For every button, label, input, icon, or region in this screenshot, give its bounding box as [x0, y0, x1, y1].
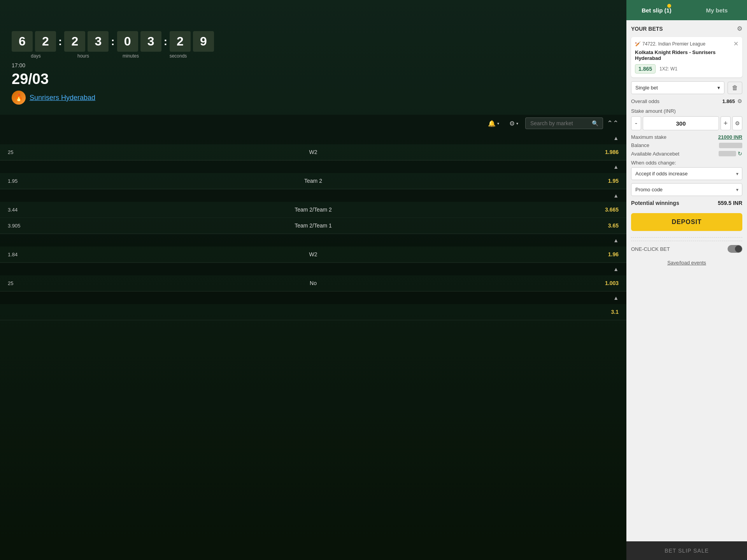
one-click-bet-row: ONE-CLICK BET: [631, 241, 742, 257]
market-row-6[interactable]: 25 No 1.003: [0, 275, 626, 291]
market-row-4[interactable]: 3.905 Team 2/Team 1 3.65: [0, 218, 626, 234]
event-info: 17:00 29/03 🔥 Sunrisers Hyderabad: [12, 62, 95, 105]
odds-badge: 1.865: [635, 64, 656, 74]
stake-label: Stake amount (INR): [631, 108, 742, 114]
stake-minus-button[interactable]: -: [631, 116, 641, 130]
gear-button[interactable]: ⚙ ▾: [506, 118, 521, 129]
market-center-3: Team 2/Team 2: [47, 206, 580, 213]
settings-button[interactable]: ⚙: [737, 25, 742, 32]
market-header-2[interactable]: ▲: [0, 161, 626, 173]
stake-gear-button[interactable]: ⚙: [732, 116, 742, 130]
event-time: 17:00: [12, 62, 95, 68]
max-stake-row: Maximum stake 21000 INR: [631, 134, 742, 140]
market-section-1: ▲ 25 W2 1.986: [0, 132, 626, 161]
market-right-7: 3.1: [580, 309, 619, 315]
one-click-toggle[interactable]: [728, 245, 742, 253]
countdown-hours1: 2: [64, 31, 85, 52]
balance-row: Balance: [631, 142, 742, 148]
odds-settings-button[interactable]: ⚙: [737, 98, 742, 104]
collapse-all-button[interactable]: ⌃⌃: [607, 119, 619, 128]
league-name: Indian Premier League: [658, 41, 705, 47]
market-left-1: 25: [8, 149, 47, 155]
countdown-days2: 2: [35, 31, 56, 52]
hours-label: hours: [61, 53, 106, 59]
stake-plus-button[interactable]: +: [721, 116, 731, 130]
tab-my-bets-label: My bets: [706, 7, 728, 14]
market-section-6: ▲ 3.1: [0, 292, 626, 320]
market-row-1[interactable]: 25 W2 1.986: [0, 144, 626, 160]
market-center-5: W2: [47, 251, 580, 257]
chevron-up-icon-6: ▲: [613, 295, 619, 301]
overall-odds-label: Overall odds: [631, 98, 659, 104]
market-header-5[interactable]: ▲: [0, 263, 626, 275]
market-toolbar: 🔔 ▾ ⚙ ▾ 🔍 ⌃⌃: [0, 115, 626, 132]
delete-bet-button[interactable]: 🗑: [728, 82, 742, 94]
odds-change-select-wrapper: Accept if odds increase Accept any odds …: [631, 167, 742, 180]
tab-bet-slip[interactable]: Bet slip (1): [626, 0, 687, 20]
promo-select-wrapper: Promo code ▾: [631, 183, 742, 196]
bet-odds-row: 1.865 1X2: W1: [635, 64, 738, 74]
advancebet-row: Available Advancebet ↻: [631, 150, 742, 157]
divider: [631, 237, 742, 238]
market-left-5: 1.84: [8, 252, 47, 257]
market-section-4: ▲ 1.84 W2 1.96: [0, 234, 626, 263]
gear-icon: ⚙: [509, 120, 515, 127]
market-section-2: ▲ 1.95 Team 2 1.95: [0, 161, 626, 189]
bet-type-value: Single bet: [635, 85, 658, 91]
market-right-5: 1.96: [580, 251, 619, 257]
odds-change-select[interactable]: Accept if odds increase Accept any odds …: [631, 167, 742, 180]
team-name-link[interactable]: Sunrisers Hyderabad: [30, 94, 95, 102]
team-badge: 🔥: [12, 91, 26, 105]
odds-change-section: When odds change: Accept if odds increas…: [631, 160, 742, 180]
max-stake-label: Maximum stake: [631, 134, 666, 140]
potential-winnings-value: 559.5 INR: [718, 200, 742, 206]
potential-winnings-label: Potential winnings: [631, 200, 679, 206]
potential-winnings-row: Potential winnings 559.5 INR: [631, 200, 742, 206]
countdown-days1: 6: [12, 31, 33, 52]
market-header-3[interactable]: ▲: [0, 189, 626, 202]
search-input[interactable]: [530, 120, 589, 126]
settings-gear-icon: ⚙: [737, 25, 742, 32]
trash-icon: 🗑: [732, 84, 738, 91]
countdown-sep1: :: [58, 35, 62, 48]
countdown-sep2: :: [111, 35, 114, 48]
market-left-3: 3.44: [8, 207, 47, 213]
promo-code-select[interactable]: Promo code: [631, 183, 742, 196]
advancebet-label: Available Advancebet: [631, 151, 679, 157]
stake-input[interactable]: [643, 116, 719, 130]
bet-card: 🏏 74722. Indian Premier League ✕ Kolkata…: [631, 37, 742, 77]
countdown-labels: days hours minutes seconds: [12, 53, 214, 59]
advancebet-value-row: ↻: [719, 150, 742, 157]
deposit-button[interactable]: DEPOSIT: [631, 213, 742, 231]
search-box[interactable]: 🔍: [525, 117, 603, 129]
bet-slip-tabs: Bet slip (1) My bets: [626, 0, 747, 20]
countdown-minutes1: 0: [117, 31, 138, 52]
max-stake-value[interactable]: 21000 INR: [718, 134, 742, 140]
market-row-5[interactable]: 1.84 W2 1.96: [0, 247, 626, 262]
event-id: 74722.: [642, 41, 657, 47]
bet-type-select[interactable]: Single bet ▾: [631, 81, 724, 94]
days-label: days: [13, 53, 58, 59]
market-header-4[interactable]: ▲: [0, 234, 626, 247]
market-center-6: No: [47, 280, 580, 286]
tab-my-bets[interactable]: My bets: [687, 0, 747, 20]
market-row-2[interactable]: 1.95 Team 2 1.95: [0, 173, 626, 189]
market-section-3: ▲ 3.44 Team 2/Team 2 3.665 3.905 Team 2/…: [0, 189, 626, 234]
bell-button[interactable]: 🔔 ▾: [485, 118, 502, 129]
market-row-7[interactable]: 3.1: [0, 304, 626, 320]
bet-tab-dot: [667, 4, 671, 8]
close-bet-button[interactable]: ✕: [733, 41, 738, 47]
chevron-up-icon-4: ▲: [613, 237, 619, 243]
search-icon: 🔍: [592, 120, 598, 126]
market-center-1: W2: [47, 149, 580, 155]
market-header-6[interactable]: ▲: [0, 292, 626, 304]
countdown-seconds1: 2: [170, 31, 191, 52]
market-header-1[interactable]: ▲: [0, 132, 626, 144]
advancebet-refresh-button[interactable]: ↻: [738, 150, 742, 157]
market-left-6: 25: [8, 280, 47, 286]
market-right-3: 3.665: [580, 206, 619, 213]
countdown-hours2: 3: [88, 31, 109, 52]
market-row-3[interactable]: 3.44 Team 2/Team 2 3.665: [0, 202, 626, 218]
save-load-link[interactable]: Save/load events: [631, 257, 742, 269]
countdown-row: 6 2 : 2 3 : 0 3 : 2 9: [12, 31, 214, 52]
